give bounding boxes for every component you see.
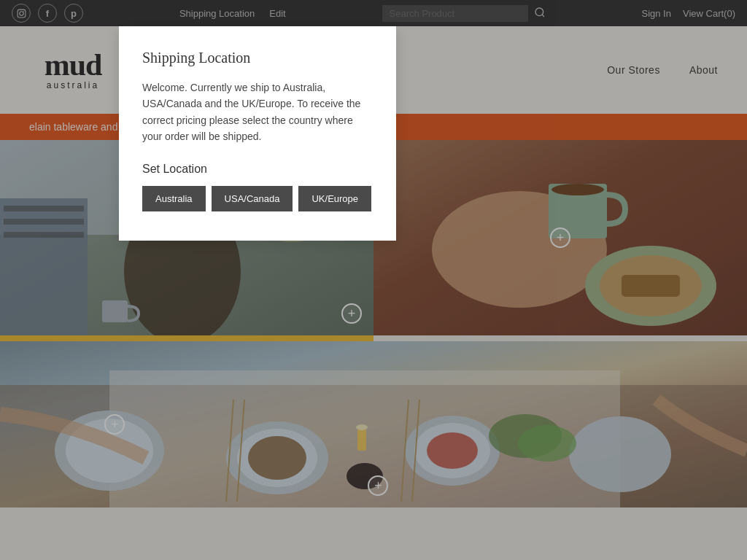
modal-description: Welcome. Currently we ship to Australia,… <box>142 79 373 145</box>
location-buttons: Australia USA/Canada UK/Europe <box>142 186 373 211</box>
australia-button[interactable]: Australia <box>142 186 206 211</box>
set-location-label: Set Location <box>142 163 373 176</box>
shipping-location-modal: Shipping Location Welcome. Currently we … <box>119 26 396 241</box>
uk-europe-button[interactable]: UK/Europe <box>298 186 371 211</box>
usa-canada-button[interactable]: USA/Canada <box>212 186 293 211</box>
modal-title: Shipping Location <box>142 50 373 66</box>
